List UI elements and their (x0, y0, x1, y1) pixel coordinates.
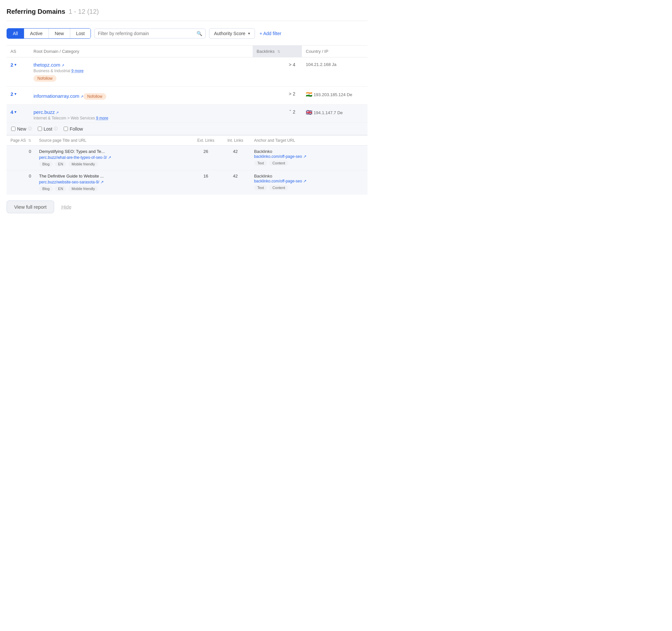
new-filter-group[interactable]: New ⓘ (11, 126, 32, 131)
int-links-cell: 42 (220, 146, 250, 170)
ip-address: 104.21.2.168 (306, 62, 331, 67)
tab-all[interactable]: All (7, 28, 24, 39)
domain-link[interactable]: informationarray.com↗ (33, 93, 83, 99)
more-link[interactable]: 9 more (71, 69, 83, 73)
source-tag: EN (55, 162, 66, 167)
info-icon: ⓘ (28, 126, 32, 131)
ip-address: 193.203.185.124 (314, 92, 346, 97)
ext-links-cell: 16 (191, 170, 220, 195)
domain-link[interactable]: thetopz.com↗ (33, 62, 64, 68)
anchor-badge: Text (254, 185, 267, 190)
source-tags: BlogENMobile friendly (39, 186, 187, 191)
expand-chevron[interactable]: ▾ (15, 63, 17, 67)
follow-filter-group[interactable]: Follow (64, 126, 83, 131)
follow-label: Follow (70, 126, 83, 131)
ext-links-cell: 26 (191, 146, 220, 170)
lost-filter-group[interactable]: Lost ⓘ (38, 126, 58, 131)
header-section: Referring Domains 1 - 12 (12) (6, 8, 367, 21)
info-icon-lost: ⓘ (54, 126, 58, 131)
sub-section-cell: New ⓘ Lost ⓘ Follow Page AS ⇅ Source pag… (6, 123, 367, 195)
tab-new[interactable]: New (49, 28, 70, 39)
sub-th-int: Int. Links (220, 136, 250, 146)
as-cell: 4▾ (6, 105, 29, 123)
page-as-cell: 0 (6, 146, 35, 170)
as-cell: 2▾ (6, 57, 29, 87)
add-filter-button[interactable]: + Add filter (258, 29, 283, 38)
expand-chevron[interactable]: ▾ (15, 110, 17, 114)
view-full-report-button[interactable]: View full report (6, 200, 54, 213)
th-backlinks[interactable]: Backlinks ⇅ (253, 46, 302, 57)
country-flag: 🇮🇳 (306, 92, 312, 97)
domain-link[interactable]: perc.buzz↗ (33, 109, 59, 115)
lost-checkbox[interactable] (38, 127, 42, 131)
country-cell: 104.21.2.168 Ja (302, 57, 367, 87)
domain-cell: informationarray.com↗Nofollow (29, 87, 253, 105)
expand-chevron[interactable]: ▾ (15, 92, 17, 96)
th-as: AS (6, 46, 29, 57)
source-tags: BlogENMobile friendly (39, 162, 187, 167)
lost-label: Lost (44, 126, 52, 131)
source-tag: Mobile friendly (68, 162, 98, 167)
as-value: 4 (10, 109, 13, 115)
anchor-url-link[interactable]: backlinko.com/off-page-seo ↗ (254, 179, 307, 184)
as-value: 2 (10, 62, 13, 68)
ext-icon: ↗ (100, 180, 104, 185)
more-link[interactable]: 9 more (96, 116, 108, 120)
backlinks-count: 2 (293, 109, 295, 115)
search-wrap: 🔍 (94, 28, 206, 39)
anchor-badges: TextContent (254, 185, 364, 190)
source-url-link[interactable]: perc.buzz/what-are-the-types-of-seo-3/ ↗ (39, 155, 111, 160)
domain-category: Internet & Telecom > Web Services 9 more (33, 116, 249, 120)
external-link-icon: ↗ (56, 111, 59, 115)
page-count: 1 - 12 (12) (69, 8, 99, 16)
domain-row: 2▾thetopz.com↗Business & Industrial 9 mo… (6, 57, 367, 87)
source-title: The Definitive Guide to Website ... (39, 174, 187, 178)
domain-row: 2▾informationarray.com↗Nofollow> 2🇮🇳 193… (6, 87, 367, 105)
sub-table: Page AS ⇅ Source page Title and URL Ext.… (6, 135, 367, 195)
anchor-cell: Backlinko backlinko.com/off-page-seo ↗ T… (250, 170, 367, 195)
page-title: Referring Domains (6, 8, 65, 16)
tab-group: All Active New Lost (6, 28, 91, 39)
backlinks-chevron: > (289, 91, 291, 96)
source-tag: Blog (39, 162, 53, 167)
main-table: AS Root Domain / Category Backlinks ⇅ Co… (6, 45, 367, 195)
tab-active[interactable]: Active (24, 28, 49, 39)
th-domain: Root Domain / Category (29, 46, 253, 57)
footer-bar: View full report Hide (6, 195, 367, 215)
external-link-icon: ↗ (80, 95, 83, 98)
backlinks-cell: > 4 (253, 57, 302, 87)
anchor-badge: Text (254, 161, 267, 166)
backlinks-count: 4 (293, 62, 295, 67)
tab-lost[interactable]: Lost (70, 28, 91, 39)
domain-category: Business & Industrial 9 more (33, 69, 249, 73)
page-as-cell: 0 (6, 170, 35, 195)
nofollow-badge: Nofollow (33, 75, 56, 82)
sub-th-ext: Ext. Links (191, 136, 220, 146)
sort-icon: ⇅ (277, 50, 280, 53)
source-cell: Demystifying SEO: Types and Te... perc.b… (35, 146, 191, 170)
hide-button[interactable]: Hide (58, 201, 75, 213)
search-input[interactable] (98, 31, 196, 36)
country-partial: De (337, 110, 343, 115)
anchor-url-link[interactable]: backlinko.com/off-page-seo ↗ (254, 154, 307, 159)
source-url-link[interactable]: perc.buzz/website-seo-sarasota-9/ ↗ (39, 180, 104, 185)
country-cell: 🇮🇳 193.203.185.124 De (302, 87, 367, 105)
country-flag: 🇬🇧 (306, 110, 312, 115)
backlinks-chevron: ˅ (289, 109, 291, 115)
anchor-badge: Content (269, 161, 288, 166)
new-label: New (17, 126, 26, 131)
follow-checkbox[interactable] (64, 127, 68, 131)
sub-table-row: 0 The Definitive Guide to Website ... pe… (6, 170, 367, 195)
add-filter-label: + Add filter (260, 31, 282, 36)
authority-score-filter[interactable]: Authority Score ▾ (209, 28, 255, 39)
backlinks-cell: > 2 (253, 87, 302, 105)
as-cell: 2▾ (6, 87, 29, 105)
domain-cell: perc.buzz↗Internet & Telecom > Web Servi… (29, 105, 253, 123)
backlinks-cell: ˅ 2 (253, 105, 302, 123)
sub-sort-icon: ⇅ (28, 139, 31, 142)
nofollow-badge: Nofollow (83, 93, 106, 100)
sub-th-anchor: Anchor and Target URL (250, 136, 367, 146)
ip-address: 194.1.147.7 (314, 110, 336, 115)
new-checkbox[interactable] (11, 127, 16, 131)
ext-icon-anchor: ↗ (303, 154, 307, 159)
